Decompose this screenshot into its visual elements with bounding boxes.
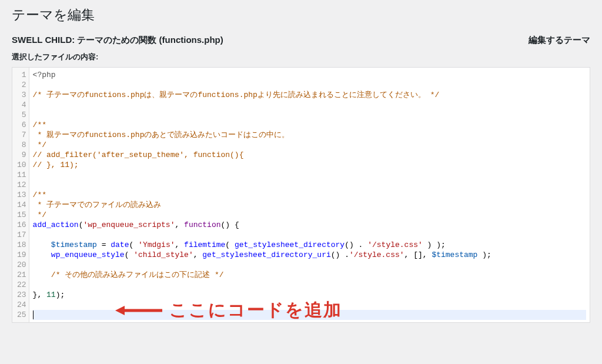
line-number: 5 (17, 110, 26, 120)
code-line[interactable]: // add_filter('after_setup_theme', funct… (33, 150, 586, 160)
line-number: 25 (17, 310, 26, 320)
line-number: 4 (17, 100, 26, 110)
line-number-gutter: 1234567891011121314151617181920212223242… (12, 68, 29, 322)
code-line[interactable] (33, 260, 586, 270)
line-number: 2 (17, 80, 26, 90)
line-number: 6 (17, 120, 26, 130)
text-cursor (33, 310, 34, 319)
line-number: 23 (17, 290, 26, 300)
file-header: SWELL CHILD: テーマのための関数 (functions.php) 編… (12, 35, 590, 46)
code-line[interactable]: * 親テーマのfunctions.phpのあとで読み込みたいコードはこの中に。 (33, 130, 586, 140)
code-line[interactable]: * 子テーマでのファイルの読み込み (33, 200, 586, 210)
line-number: 13 (17, 190, 26, 200)
line-number: 8 (17, 140, 26, 150)
code-line[interactable]: */ (33, 140, 586, 150)
code-line[interactable]: // }, 11); (33, 160, 586, 170)
file-heading-filename: (functions.php) (159, 35, 223, 45)
code-line[interactable] (33, 110, 586, 120)
code-line[interactable] (33, 100, 586, 110)
code-line[interactable] (33, 170, 586, 180)
line-number: 16 (17, 220, 26, 230)
code-line[interactable]: /** (33, 190, 586, 200)
code-line[interactable]: */ (33, 210, 586, 220)
code-line[interactable] (33, 180, 586, 190)
theme-select-label: 編集するテーマ (529, 35, 590, 46)
code-line[interactable] (33, 310, 586, 320)
line-number: 21 (17, 270, 26, 280)
line-number: 18 (17, 240, 26, 250)
line-number: 15 (17, 210, 26, 220)
file-heading-prefix: SWELL CHILD: (12, 35, 77, 45)
code-line[interactable]: add_action('wp_enqueue_scripts', functio… (33, 220, 586, 230)
file-heading: SWELL CHILD: テーマのための関数 (functions.php) (12, 35, 223, 46)
file-heading-main: テーマのための関数 (77, 35, 159, 45)
line-number: 9 (17, 150, 26, 160)
line-number: 10 (17, 160, 26, 170)
code-line[interactable]: wp_enqueue_style( 'child_style', get_sty… (33, 250, 586, 260)
theme-editor-page: テーマを編集 SWELL CHILD: テーマのための関数 (functions… (0, 0, 602, 335)
line-number: 24 (17, 300, 26, 310)
file-content-label: 選択したファイルの内容: (12, 52, 590, 62)
line-number: 19 (17, 250, 26, 260)
code-line[interactable]: /* 子テーマのfunctions.phpは、親テーマのfunctions.ph… (33, 90, 586, 100)
code-area[interactable]: <?php/* 子テーマのfunctions.phpは、親テーマのfunctio… (29, 68, 590, 322)
line-number: 20 (17, 260, 26, 270)
line-number: 17 (17, 230, 26, 240)
line-number: 22 (17, 280, 26, 290)
code-line[interactable]: /** (33, 120, 586, 130)
code-line[interactable]: $timestamp = date( 'Ymdgis', filemtime( … (33, 240, 586, 250)
code-line[interactable]: <?php (33, 70, 586, 80)
line-number: 11 (17, 170, 26, 180)
code-line[interactable]: /* その他の読み込みファイルはこの下に記述 */ (33, 270, 586, 280)
line-number: 7 (17, 130, 26, 140)
line-number: 14 (17, 200, 26, 210)
line-number: 3 (17, 90, 26, 100)
page-title: テーマを編集 (12, 6, 590, 24)
code-line[interactable] (33, 80, 586, 90)
code-line[interactable] (33, 300, 586, 310)
line-number: 12 (17, 180, 26, 190)
code-line[interactable]: }, 11); (33, 290, 586, 300)
code-line[interactable] (33, 280, 586, 290)
code-editor[interactable]: 1234567891011121314151617181920212223242… (12, 67, 590, 323)
code-line[interactable] (33, 230, 586, 240)
line-number: 1 (17, 70, 26, 80)
